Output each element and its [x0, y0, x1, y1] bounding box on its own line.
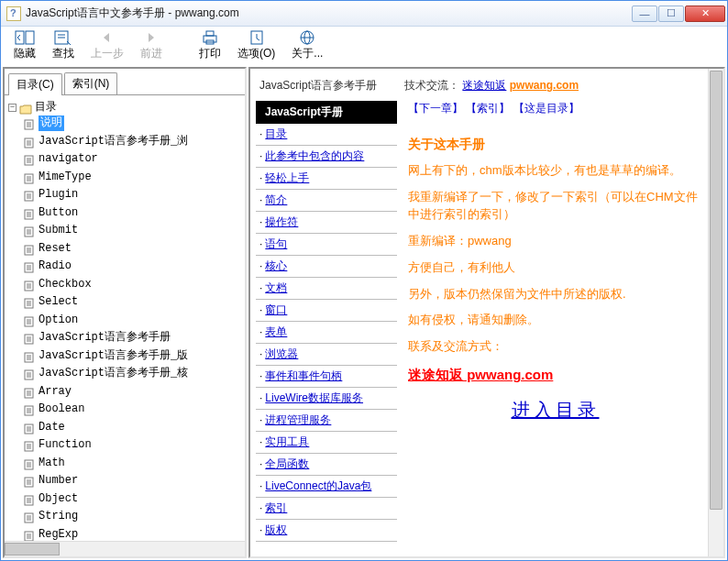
tech-exchange: 技术交流： 迷途知返 pwwang.com: [404, 78, 579, 94]
nav-item[interactable]: 版权: [256, 520, 397, 542]
nav-link[interactable]: 版权: [265, 523, 287, 536]
page-icon: [23, 207, 36, 218]
tree-item[interactable]: String: [23, 509, 78, 524]
tree-item[interactable]: Boolean: [23, 402, 84, 417]
tree-item[interactable]: Submit: [23, 223, 78, 238]
nav-link[interactable]: 窗口: [265, 303, 287, 316]
about-button[interactable]: 关于...: [284, 28, 330, 62]
tree-root[interactable]: − 目录: [8, 100, 57, 116]
find-button[interactable]: 查找: [45, 28, 82, 62]
nav-link[interactable]: 进程管理服务: [265, 413, 331, 426]
contact-link[interactable]: 迷途知返 pwwang.com: [408, 365, 702, 385]
tree-item-label: String: [39, 509, 78, 524]
tree-item-label: Math: [39, 456, 65, 471]
tree-item[interactable]: navigator: [23, 151, 98, 167]
tree-item[interactable]: Array: [23, 384, 72, 400]
nav-link[interactable]: 全局函数: [265, 457, 309, 470]
manual-title: JavaScript语言参考手册: [259, 78, 377, 94]
nav-item[interactable]: 轻松上手: [256, 168, 397, 190]
index-link[interactable]: 【索引】: [466, 102, 510, 115]
next-chapter-link[interactable]: 【下一章】: [408, 102, 463, 115]
nav-item[interactable]: 目录: [256, 124, 397, 146]
nav-item[interactable]: 索引: [256, 498, 397, 520]
right-vscroll[interactable]: [708, 69, 723, 556]
nav-header: JavaScript手册: [256, 101, 397, 124]
nav-link[interactable]: 轻松上手: [265, 171, 309, 184]
hide-button[interactable]: 隐藏: [6, 28, 43, 62]
nav-link[interactable]: 简介: [265, 193, 287, 206]
link-site[interactable]: pwwang.com: [510, 79, 579, 92]
nav-item[interactable]: 文档: [256, 278, 397, 300]
nav-link[interactable]: 核心: [265, 259, 287, 272]
collapse-icon[interactable]: −: [8, 104, 17, 112]
nav-item[interactable]: 实用工具: [256, 432, 397, 454]
enter-toc-link[interactable]: 进入目录: [408, 398, 702, 423]
tree-item[interactable]: Object: [23, 491, 78, 507]
tree-item[interactable]: Plugin: [23, 187, 78, 203]
tree-item[interactable]: JavaScript语言参考手册_版: [23, 348, 188, 364]
nav-link[interactable]: 索引: [265, 501, 287, 514]
tree-item[interactable]: JavaScript语言参考手册_浏: [23, 134, 188, 149]
tree-item[interactable]: JavaScript语言参考手册_核: [23, 366, 188, 381]
nav-link[interactable]: 语句: [265, 237, 287, 250]
nav-link[interactable]: 目录: [265, 127, 287, 140]
nav-link[interactable]: LiveWire数据库服务: [265, 391, 363, 404]
tree-item[interactable]: Date: [23, 420, 65, 435]
nav-item[interactable]: LiveConnect的Java包: [256, 476, 397, 498]
nav-link[interactable]: 此参考中包含的内容: [265, 149, 364, 162]
nav-link[interactable]: 实用工具: [265, 435, 309, 448]
paragraph: 重新编译：pwwang: [408, 233, 702, 250]
tree-item-label: Option: [39, 313, 78, 328]
tree-item[interactable]: Math: [23, 456, 65, 471]
tree-item[interactable]: Number: [23, 473, 78, 489]
right-pane: JavaScript语言参考手册 技术交流： 迷途知返 pwwang.com J…: [248, 67, 725, 558]
nav-item[interactable]: 操作符: [256, 212, 397, 234]
svg-rect-6: [206, 31, 214, 36]
print-button[interactable]: 打印: [192, 28, 228, 62]
nav-item[interactable]: 此参考中包含的内容: [256, 146, 397, 168]
nav-item[interactable]: 全局函数: [256, 454, 397, 476]
tree-item[interactable]: RegExp: [23, 527, 78, 542]
tree-item[interactable]: Reset: [23, 241, 72, 257]
nav-item[interactable]: 进程管理服务: [256, 410, 397, 432]
tree-item[interactable]: JavaScript语言参考手册: [23, 330, 171, 346]
nav-item[interactable]: 浏览器: [256, 344, 397, 366]
nav-link[interactable]: 浏览器: [265, 347, 298, 360]
tree-item[interactable]: Option: [23, 313, 78, 328]
link-mitu[interactable]: 迷途知返: [462, 79, 506, 92]
nav-link[interactable]: 文档: [265, 281, 287, 294]
tree-view[interactable]: − 目录 说明JavaScript语言参考手册_浏navigatorMimeTy…: [5, 94, 245, 541]
nav-item[interactable]: 窗口: [256, 300, 397, 322]
nav-item[interactable]: 表单: [256, 322, 397, 344]
toc-link[interactable]: 【这是目录】: [513, 102, 579, 115]
maximize-button[interactable]: ☐: [658, 6, 684, 22]
nav-item[interactable]: 核心: [256, 256, 397, 278]
tree-item[interactable]: Checkbox: [23, 277, 92, 292]
tree-item[interactable]: Button: [23, 205, 78, 221]
content-area: 目录(C) 索引(N) − 目录 说明JavaScript语言参考手册_浏nav…: [1, 65, 727, 560]
tree-item[interactable]: MimeType: [23, 170, 92, 185]
paragraph: 联系及交流方式：: [408, 338, 702, 356]
left-hscroll[interactable]: [5, 541, 245, 556]
options-button[interactable]: 选项(O): [230, 28, 282, 62]
nav-link[interactable]: 表单: [265, 325, 287, 338]
tab-toc[interactable]: 目录(C): [8, 73, 62, 95]
tree-item[interactable]: 说明: [23, 116, 64, 131]
nav-link[interactable]: LiveConnect的Java包: [265, 479, 371, 492]
tree-item-label: JavaScript语言参考手册: [39, 330, 171, 346]
tree-item[interactable]: Select: [23, 294, 78, 310]
left-pane: 目录(C) 索引(N) − 目录 说明JavaScript语言参考手册_浏nav…: [3, 67, 247, 558]
tree-item[interactable]: Radio: [23, 258, 72, 274]
page-icon: [23, 333, 36, 344]
minimize-button[interactable]: —: [632, 6, 657, 22]
tab-index[interactable]: 索引(N): [64, 72, 118, 94]
nav-link[interactable]: 事件和事件句柄: [265, 369, 342, 382]
nav-link[interactable]: 操作符: [265, 215, 298, 228]
nav-item[interactable]: LiveWire数据库服务: [256, 388, 397, 410]
tree-item[interactable]: Function: [23, 437, 92, 453]
close-button[interactable]: ✕: [685, 6, 725, 22]
nav-item[interactable]: 简介: [256, 190, 397, 212]
nav-item[interactable]: 事件和事件句柄: [256, 366, 397, 388]
page-icon: [23, 457, 36, 468]
nav-item[interactable]: 语句: [256, 234, 397, 256]
